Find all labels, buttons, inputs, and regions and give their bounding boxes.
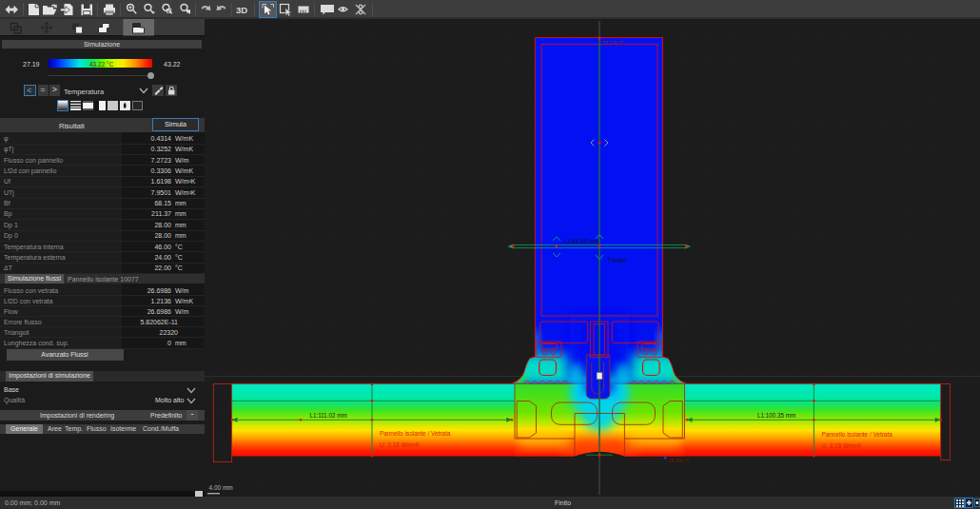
svg-text:U: 3.18 W/m²K: U: 3.18 W/m²K	[380, 441, 421, 448]
svg-text:U: 3.18 W/m²K: U: 3.18 W/m²K	[822, 442, 863, 449]
svg-text:L1:68.15 mm: L1:68.15 mm	[564, 238, 599, 245]
svg-text:28.64 °C: 28.64 °C	[668, 458, 691, 463]
svg-text:27.19 °C: 27.19 °C	[602, 40, 625, 46]
svg-text:3D: 3D	[236, 5, 247, 15]
svg-text:4.00 mm: 4.00 mm	[209, 484, 233, 491]
svg-text:Pannello isolante / Vetrata: Pannello isolante / Vetrata	[822, 431, 893, 438]
svg-text:L1:100.35 mm: L1:100.35 mm	[757, 412, 795, 419]
svg-text:Pannello isolante / Vetrata: Pannello isolante / Vetrata	[380, 430, 451, 437]
svg-text:T.telaio: T.telaio	[608, 257, 627, 264]
svg-text:L1:111.02 mm: L1:111.02 mm	[310, 412, 347, 419]
